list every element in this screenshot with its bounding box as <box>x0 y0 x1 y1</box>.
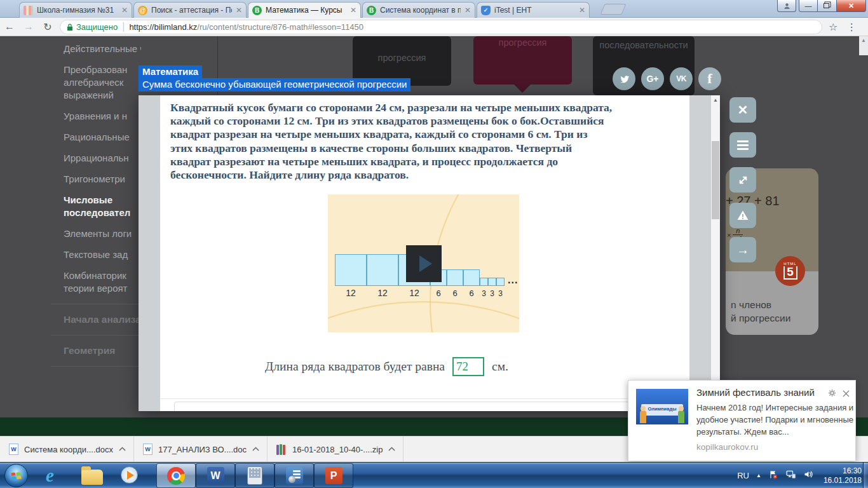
at-favicon-icon: @ <box>138 6 147 15</box>
fullscreen-button[interactable] <box>729 167 756 193</box>
start-button[interactable] <box>4 464 28 487</box>
network-icon[interactable] <box>785 469 796 482</box>
windows-logo-icon <box>10 469 23 482</box>
ad-body: Начнем 2018 год! Интересные задания и уд… <box>696 402 853 438</box>
taskbar-system-app-button[interactable] <box>275 463 314 488</box>
social-share-row: G+ VK f <box>613 67 721 90</box>
download-item[interactable]: W 177_АНАЛИЗ ВО....doc <box>134 437 267 462</box>
page-scrollbar[interactable]: ▲ <box>859 36 868 55</box>
lesson-tooltip: Математика Сумма бесконечно убывающей ге… <box>139 65 410 92</box>
close-icon <box>843 390 850 397</box>
forward-button[interactable]: → <box>19 21 38 32</box>
modal-right-gutter <box>689 95 711 411</box>
sidebar-item-equations[interactable]: Уравнения и н <box>64 110 141 123</box>
sidebar-item-transform-expressions[interactable]: Преобразован алгебраическ выражений <box>64 64 141 102</box>
vk-share-button[interactable]: VK <box>670 67 693 90</box>
square-12 <box>367 254 398 286</box>
sidebar-item-combinatorics[interactable]: Комбинаторик теории вероят <box>64 269 141 295</box>
facebook-share-button[interactable]: f <box>698 67 721 90</box>
sidebar-item-real-numbers[interactable]: Действительные числа <box>64 43 141 55</box>
volume-icon[interactable] <box>803 469 814 482</box>
scrollbar-thumb[interactable] <box>712 141 719 219</box>
word-file-icon: W <box>9 444 18 455</box>
sidebar-item-trigonometry[interactable]: Тригонометри <box>64 173 141 186</box>
new-tab-button[interactable] <box>600 4 627 15</box>
sidebar-item-rational[interactable]: Рациональные <box>64 131 141 144</box>
tooltip-lesson-title: Сумма бесконечно убывающей геометрическо… <box>139 78 410 92</box>
browser-menu-icon[interactable]: ⋮ <box>846 21 857 33</box>
chevron-up-icon[interactable] <box>119 447 126 451</box>
tab-close-icon[interactable]: ✕ <box>121 6 128 14</box>
taskbar-powerpoint-button[interactable]: P <box>314 463 353 488</box>
googleplus-share-button[interactable]: G+ <box>641 67 664 90</box>
card-pointer-tail <box>513 84 531 93</box>
tab-coordinates[interactable]: B Система координат в пр ✕ <box>362 2 475 18</box>
tab-close-icon[interactable]: ✕ <box>465 6 471 14</box>
bookmark-star-icon[interactable]: ☆ <box>829 21 837 33</box>
url-text: https://bilimland.kz/ru/content/structur… <box>129 22 363 32</box>
twitter-share-button[interactable] <box>613 67 635 90</box>
download-item[interactable]: W Система коорди....docx <box>0 437 133 462</box>
ad-settings-button[interactable] <box>828 388 836 400</box>
taskbar-word-button[interactable]: W <box>196 463 235 488</box>
next-lesson-button[interactable]: → <box>729 237 756 262</box>
ad-title[interactable]: Зимний фестиваль знаний <box>696 387 815 398</box>
internet-explorer-icon[interactable]: e <box>46 466 54 484</box>
modal-divider <box>160 398 689 399</box>
square-3 <box>488 278 496 286</box>
tab-school[interactable]: Школа-гимназия №31 ✕ <box>19 2 132 18</box>
play-video-button[interactable] <box>406 245 442 282</box>
tab-mathematics-active[interactable]: B Математика — Курсы ✕ <box>248 2 361 18</box>
sidebar-item-analysis[interactable]: Начала анализа <box>64 313 141 326</box>
tab-close-icon[interactable]: ✕ <box>350 6 356 14</box>
close-window-button[interactable]: ✕ <box>837 0 866 12</box>
calculator-icon <box>247 466 262 485</box>
ad-close-button[interactable] <box>843 388 850 400</box>
minimize-button[interactable]: — <box>799 0 818 12</box>
back-button[interactable]: ← <box>0 21 19 32</box>
sidebar-item-logic[interactable]: Элементы логи <box>64 227 141 240</box>
answer-input[interactable] <box>452 357 484 376</box>
square-12 <box>335 254 367 286</box>
tab-title: Система координат в пр <box>380 6 461 15</box>
language-indicator[interactable]: RU <box>737 471 749 480</box>
expand-icon <box>737 174 749 186</box>
scroll-up-icon[interactable]: ▲ <box>711 95 720 103</box>
show-desktop-button[interactable] <box>863 463 868 488</box>
lesson-card-geometric-progression[interactable]: прогрессия <box>473 36 572 85</box>
tray-expand-icon[interactable]: ▲ <box>756 473 761 478</box>
restore-button[interactable] <box>818 0 837 12</box>
security-chip[interactable]: Защищено <box>67 22 118 32</box>
word-file-icon: W <box>143 444 153 455</box>
modal-scrollbar[interactable]: ▲ <box>711 95 720 411</box>
url-field[interactable]: Защищено | https://bilimland.kz/ru/conte… <box>60 20 822 34</box>
sidebar-item-geometry[interactable]: Геометрия <box>64 344 141 357</box>
file-explorer-icon[interactable] <box>81 466 103 485</box>
tab-close-icon[interactable]: ✕ <box>236 6 242 14</box>
download-item[interactable]: 16-01-2018_10-40-....zip <box>268 437 403 462</box>
tab-close-icon[interactable]: ✕ <box>579 6 585 14</box>
chevron-up-icon[interactable] <box>252 447 259 451</box>
action-center-flag-icon[interactable] <box>768 470 778 482</box>
ad-thumbnail[interactable]: Олимпиады <box>636 389 688 424</box>
media-player-icon[interactable] <box>121 466 138 484</box>
lesson-menu-button[interactable] <box>729 132 756 158</box>
sidebar-item-word-problems[interactable]: Текстовые зад <box>64 248 141 261</box>
chevron-up-icon[interactable] <box>388 447 395 451</box>
answer-prefix: Длина ряда квадратов будет равна <box>265 360 445 374</box>
tab-itest[interactable]: ✓ iTest | ЕНТ ✕ <box>477 2 590 18</box>
reload-button[interactable]: ↻ <box>38 21 57 33</box>
taskbar-chrome-button[interactable] <box>156 463 196 488</box>
sidebar-item-number-sequences-active[interactable]: ► Числовые последовател <box>64 194 141 219</box>
clock[interactable]: 16:30 16.01.2018 <box>824 466 862 485</box>
report-problem-button[interactable] <box>729 203 756 228</box>
taskbar-calculator-button[interactable] <box>235 463 275 488</box>
ad-source-link[interactable]: kopilkaurokov.ru <box>696 442 758 452</box>
next-section-box <box>174 402 686 411</box>
profile-button[interactable] <box>777 0 796 12</box>
tab-search[interactable]: @ Поиск - аттестация - По ✕ <box>133 2 247 18</box>
page-overlay: ▲ Действительные числа Преобразован алге… <box>0 36 868 436</box>
close-lesson-button[interactable]: ✕ <box>729 97 756 123</box>
taskbar: e W P RU ▲ 16:30 16.01.2018 <box>0 462 868 488</box>
sidebar-item-irrational[interactable]: Иррациональн <box>64 152 141 165</box>
